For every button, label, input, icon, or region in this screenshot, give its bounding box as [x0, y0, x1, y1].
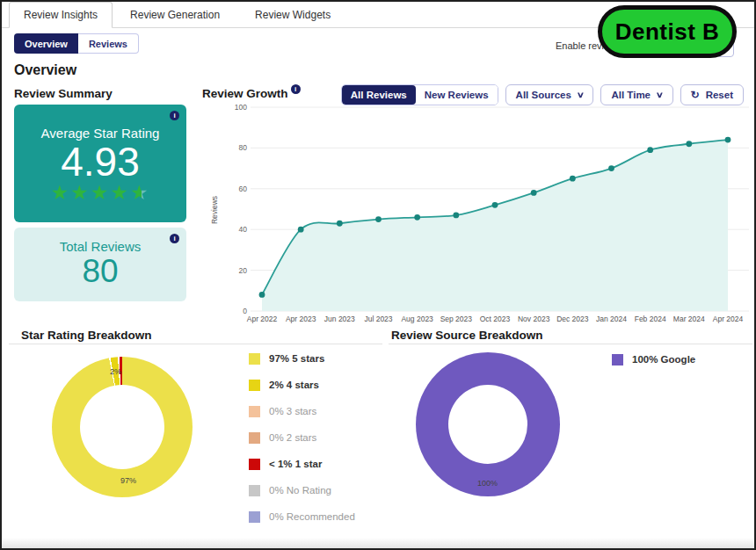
dentist-b-annotation-badge: Dentist B [598, 5, 737, 58]
legend-swatch [249, 380, 260, 391]
legend-label: 0% No Rating [269, 485, 331, 496]
info-icon[interactable]: i [291, 84, 301, 94]
star-rating-donut-chart[interactable]: 2%97% [52, 357, 193, 497]
view-toggle: Overview Reviews [14, 33, 139, 54]
page-bottom-fade [2, 538, 754, 548]
new-reviews-button[interactable]: New Reviews [416, 85, 498, 105]
legend-item[interactable]: 0% Recommended [249, 510, 374, 523]
review-growth-chart[interactable]: 020406080100ReviewsApr 2022Apr 2023Jun 2… [208, 103, 753, 324]
svg-text:100: 100 [235, 103, 247, 112]
tab-review-widgets[interactable]: Review Widgets [237, 2, 348, 27]
total-reviews-value: 80 [82, 254, 118, 290]
legend-swatch [249, 432, 260, 444]
source-breakdown-title: Review Source Breakdown [391, 329, 543, 342]
svg-text:Aug 2023: Aug 2023 [401, 315, 433, 323]
svg-text:20: 20 [239, 266, 248, 275]
legend-label: 0% Recommended [269, 511, 355, 522]
review-source-donut-chart[interactable]: 100% [416, 352, 560, 496]
star-breakdown-legend: 97% 5 stars2% 4 stars0% 3 stars0% 2 star… [249, 352, 374, 549]
donut-slice-label: 97% [120, 476, 136, 485]
info-icon[interactable]: i [170, 111, 179, 120]
tab-review-insights[interactable]: Review Insights [9, 2, 113, 28]
toggle-reviews[interactable]: Reviews [78, 33, 139, 54]
legend-item[interactable]: 0% 3 stars [249, 405, 374, 417]
review-growth-title: Review Growthi [202, 87, 301, 100]
all-reviews-button[interactable]: All Reviews [342, 85, 416, 105]
legend-item[interactable]: 2% 4 stars [249, 379, 374, 391]
svg-text:Jan 2024: Jan 2024 [596, 315, 627, 323]
legend-swatch [249, 353, 260, 365]
divider [389, 344, 752, 344]
donut-slice-label: 100% [477, 479, 498, 488]
info-icon[interactable]: i [170, 234, 179, 243]
legend-label: 0% 3 stars [269, 406, 316, 416]
svg-text:Feb 2024: Feb 2024 [635, 315, 666, 323]
app-window: Review Insights Review Generation Review… [0, 0, 756, 550]
svg-text:Nov 2023: Nov 2023 [518, 315, 550, 323]
legend-label: 100% Google [632, 354, 695, 365]
tab-review-generation[interactable]: Review Generation [113, 2, 237, 27]
avg-rating-value: 4.93 [61, 141, 140, 183]
svg-text:Mar 2024: Mar 2024 [673, 315, 705, 323]
svg-text:Jul 2023: Jul 2023 [364, 315, 392, 323]
svg-text:60: 60 [239, 185, 248, 193]
chevron-down-icon: ∨ [656, 90, 664, 99]
star-breakdown-title: Star Rating Breakdown [21, 329, 152, 342]
legend-swatch [612, 354, 623, 365]
svg-text:40: 40 [239, 225, 248, 234]
svg-text:Apr 2022: Apr 2022 [247, 315, 278, 323]
svg-text:80: 80 [239, 143, 248, 152]
legend-swatch [249, 485, 260, 496]
legend-swatch [249, 459, 260, 470]
review-summary-title: Review Summary [14, 87, 113, 100]
svg-text:Oct 2023: Oct 2023 [480, 315, 511, 323]
legend-item[interactable]: 0% No Rating [249, 484, 374, 496]
svg-text:Reviews: Reviews [210, 196, 219, 224]
legend-item[interactable]: 100% Google [612, 353, 695, 365]
legend-label: < 1% 1 star [269, 459, 322, 469]
legend-swatch [249, 406, 260, 417]
enable-review-label: Enable revi [556, 40, 604, 51]
svg-text:Apr 2024: Apr 2024 [713, 315, 744, 323]
source-breakdown-legend: 100% Google [612, 353, 695, 365]
legend-item[interactable]: < 1% 1 star [249, 458, 374, 470]
star-rating-icons: ★★★★★ [50, 183, 149, 203]
svg-text:Apr 2023: Apr 2023 [286, 315, 316, 323]
legend-label: 0% 2 stars [269, 432, 316, 443]
average-star-rating-card: i Average Star Rating 4.93 ★★★★★ [14, 105, 186, 222]
divider [9, 344, 382, 344]
total-reviews-card: i Total Reviews 80 [14, 228, 186, 301]
legend-item[interactable]: 97% 5 stars [249, 352, 374, 365]
svg-text:Jun 2023: Jun 2023 [324, 315, 355, 323]
legend-label: 2% 4 stars [269, 380, 319, 390]
total-reviews-label: Total Reviews [60, 239, 142, 254]
legend-swatch [249, 511, 260, 523]
reset-icon: ↻ [691, 89, 700, 101]
donut-slice-label: 2% [110, 367, 121, 376]
chevron-down-icon: ∨ [577, 90, 585, 99]
legend-label: 97% 5 stars [269, 353, 324, 364]
svg-text:Dec 2023: Dec 2023 [556, 315, 589, 323]
svg-text:Sep 2023: Sep 2023 [440, 315, 473, 323]
legend-item[interactable]: 0% 2 stars [249, 431, 374, 444]
page-title: Overview [14, 62, 76, 78]
toggle-overview[interactable]: Overview [14, 33, 78, 54]
